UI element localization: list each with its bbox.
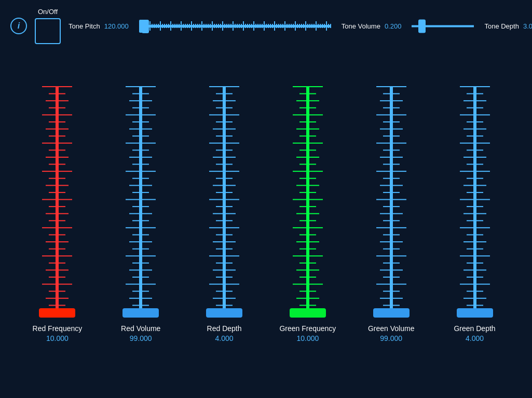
tone-pitch-group: Tone Pitch 120.000 bbox=[69, 22, 129, 30]
green-volume-label: Green Volume bbox=[368, 324, 415, 333]
tone-volume-label: Tone Volume bbox=[342, 22, 380, 30]
tone-pitch-label: Tone Pitch bbox=[69, 22, 100, 30]
info-icon[interactable]: i bbox=[10, 18, 27, 34]
green-frequency-value: 10.000 bbox=[296, 334, 319, 342]
red-frequency-slider[interactable] bbox=[36, 81, 78, 320]
tone-pitch-value: 120.000 bbox=[104, 22, 129, 30]
onoff-button[interactable] bbox=[35, 18, 61, 44]
red-frequency-label: Red Frequency bbox=[33, 324, 83, 333]
red-depth-value: 4.000 bbox=[215, 334, 234, 342]
red-depth-column: Red Depth 4.000 bbox=[188, 81, 261, 342]
red-volume-label: Red Volume bbox=[121, 324, 160, 333]
tone-depth-group: Tone Depth 3.000 bbox=[484, 22, 532, 30]
main-sliders: Red Frequency 10.000 Red Volume 99.000 R… bbox=[0, 47, 532, 348]
green-depth-column: Green Depth 4.000 bbox=[439, 81, 511, 342]
tone-pitch-slider[interactable]: // Will be rendered inline bbox=[137, 15, 334, 38]
red-volume-value: 99.000 bbox=[130, 334, 152, 342]
onoff-label: On/Off bbox=[38, 8, 58, 16]
red-volume-column: Red Volume 99.000 bbox=[104, 81, 177, 342]
green-depth-label: Green Depth bbox=[454, 324, 495, 333]
top-controls: i On/Off Tone Pitch 120.000 // Will be r… bbox=[0, 0, 532, 47]
tone-volume-slider[interactable] bbox=[409, 17, 476, 35]
green-depth-slider[interactable] bbox=[454, 81, 496, 320]
tone-volume-value: 0.200 bbox=[385, 22, 402, 30]
green-frequency-slider[interactable] bbox=[287, 81, 329, 320]
green-volume-column: Green Volume 99.000 bbox=[355, 81, 428, 342]
red-volume-slider[interactable] bbox=[120, 81, 161, 320]
green-frequency-label: Green Frequency bbox=[279, 324, 336, 333]
tone-depth-label: Tone Depth bbox=[484, 22, 519, 30]
red-frequency-column: Red Frequency 10.000 bbox=[21, 81, 93, 342]
green-depth-value: 4.000 bbox=[466, 334, 484, 342]
red-depth-slider[interactable] bbox=[203, 81, 245, 320]
green-volume-slider[interactable] bbox=[371, 81, 412, 320]
green-volume-value: 99.000 bbox=[380, 334, 402, 342]
tone-depth-value: 3.000 bbox=[523, 22, 532, 30]
red-depth-label: Red Depth bbox=[207, 324, 242, 333]
tone-volume-group: Tone Volume 0.200 bbox=[342, 22, 402, 30]
green-frequency-column: Green Frequency 10.000 bbox=[271, 81, 344, 342]
onoff-section: On/Off bbox=[35, 8, 61, 44]
red-frequency-value: 10.000 bbox=[46, 334, 69, 342]
